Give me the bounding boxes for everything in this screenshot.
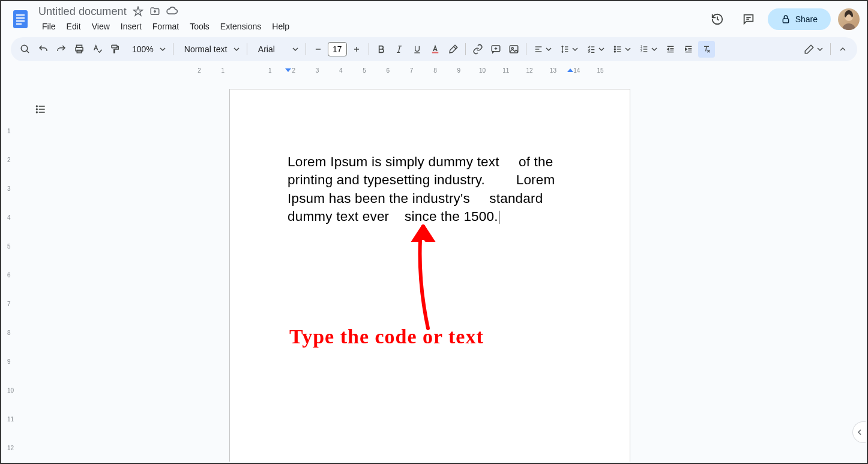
svg-rect-0 (13, 10, 28, 28)
font-size-increase[interactable] (348, 41, 365, 58)
svg-line-10 (26, 50, 29, 53)
menu-extensions[interactable]: Extensions (215, 19, 266, 34)
share-button[interactable]: Share (768, 8, 831, 30)
font-dropdown[interactable]: Arial (251, 41, 302, 58)
cloud-status-icon[interactable] (166, 5, 178, 17)
checklist-dropdown[interactable] (583, 41, 608, 58)
highlight-icon[interactable] (445, 41, 462, 58)
svg-point-39 (614, 49, 615, 50)
font-size-decrease[interactable] (310, 41, 327, 58)
bullet-list-dropdown[interactable] (609, 41, 634, 58)
search-icon[interactable] (17, 41, 34, 58)
paint-format-icon[interactable] (107, 41, 124, 58)
font-size-input[interactable]: 17 (328, 42, 347, 56)
svg-rect-2 (16, 17, 25, 19)
svg-line-20 (398, 46, 400, 53)
zoom-value: 100% (128, 44, 157, 54)
menu-format[interactable]: Format (148, 19, 184, 34)
separator (830, 43, 831, 55)
page[interactable]: Lorem Ipsum is simply dummy text of the … (229, 89, 630, 462)
print-icon[interactable] (71, 41, 88, 58)
user-avatar[interactable] (838, 8, 860, 30)
separator (369, 43, 369, 55)
indent-increase-icon[interactable] (680, 41, 697, 58)
horizontal-ruler[interactable]: 21123456789101112131415 (20, 66, 857, 76)
font-name: Arial (255, 44, 279, 54)
paragraph-style-dropdown[interactable]: Normal text (177, 41, 243, 58)
align-dropdown[interactable] (530, 41, 555, 58)
svg-rect-26 (510, 46, 518, 53)
separator (247, 43, 247, 55)
share-label: Share (795, 14, 818, 24)
body-text: Lorem Ipsum is simply dummy text of the … (288, 154, 555, 224)
bold-icon[interactable] (373, 41, 390, 58)
svg-rect-14 (112, 45, 117, 48)
menu-bar: File Edit View Insert Format Tools Exten… (36, 19, 705, 34)
svg-rect-1 (16, 14, 25, 16)
link-icon[interactable] (469, 41, 486, 58)
document-title[interactable]: Untitled document (38, 5, 127, 18)
svg-rect-22 (432, 52, 439, 53)
text-cursor (499, 211, 499, 224)
docs-logo[interactable] (8, 7, 32, 31)
svg-point-41 (614, 51, 615, 52)
svg-text:3: 3 (640, 50, 642, 53)
menu-tools[interactable]: Tools (185, 19, 214, 34)
document-body[interactable]: Lorem Ipsum is simply dummy text of the … (288, 153, 572, 226)
image-icon[interactable] (505, 41, 522, 58)
history-icon[interactable] (705, 7, 729, 31)
svg-point-62 (37, 106, 38, 107)
menu-view[interactable]: View (87, 19, 115, 34)
redo-icon[interactable] (53, 41, 70, 58)
comment-icon[interactable] (487, 41, 504, 58)
title-area: Untitled document File Edit View Insert … (36, 5, 705, 34)
comments-icon[interactable] (737, 7, 761, 31)
separator (306, 43, 306, 55)
collapse-toolbar-icon[interactable] (834, 41, 851, 58)
move-icon[interactable] (149, 6, 160, 17)
vertical-ruler[interactable]: 12345678910111213 (1, 76, 20, 463)
menu-help[interactable]: Help (267, 19, 294, 34)
indent-decrease-icon[interactable] (662, 41, 679, 58)
menu-edit[interactable]: Edit (62, 19, 86, 34)
svg-point-9 (21, 45, 28, 52)
italic-icon[interactable] (391, 41, 408, 58)
svg-rect-4 (16, 23, 22, 25)
toolbar: 100% Normal text Arial 17 123 (11, 37, 857, 61)
app-header: Untitled document File Edit View Insert … (1, 1, 867, 37)
document-canvas[interactable]: Lorem Ipsum is simply dummy text of the … (20, 76, 857, 462)
clear-formatting-icon[interactable] (698, 41, 715, 58)
svg-rect-7 (783, 19, 788, 23)
text-color-icon[interactable] (427, 41, 444, 58)
menu-file[interactable]: File (37, 19, 61, 34)
spellcheck-icon[interactable] (89, 41, 106, 58)
style-name: Normal text (181, 44, 231, 54)
underline-icon[interactable] (409, 41, 426, 58)
outline-toggle-icon[interactable] (31, 100, 50, 119)
separator (526, 43, 526, 55)
svg-rect-3 (16, 20, 25, 22)
svg-point-64 (37, 112, 38, 113)
star-icon[interactable] (133, 6, 143, 17)
line-spacing-dropdown[interactable] (556, 41, 582, 58)
numbered-list-dropdown[interactable]: 123 (636, 41, 661, 58)
separator (465, 43, 466, 55)
separator (173, 43, 173, 55)
editing-mode-dropdown[interactable] (800, 41, 827, 58)
menu-insert[interactable]: Insert (116, 19, 146, 34)
svg-point-37 (614, 46, 615, 47)
undo-icon[interactable] (35, 41, 52, 58)
zoom-dropdown[interactable]: 100% (125, 41, 169, 58)
svg-point-63 (37, 109, 38, 110)
